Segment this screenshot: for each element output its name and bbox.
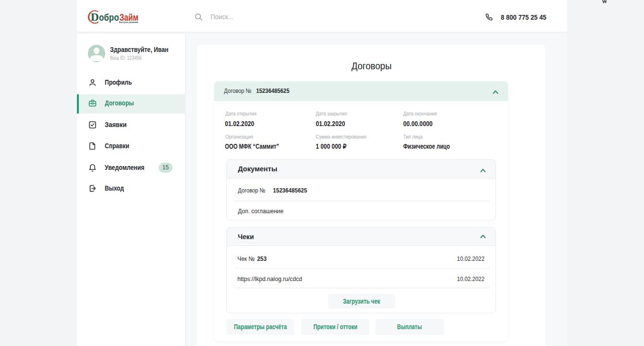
svg-text:обро: обро (99, 12, 119, 23)
svg-text:быстрое решение: быстрое решение (119, 21, 138, 24)
svg-text:D: D (91, 11, 99, 23)
